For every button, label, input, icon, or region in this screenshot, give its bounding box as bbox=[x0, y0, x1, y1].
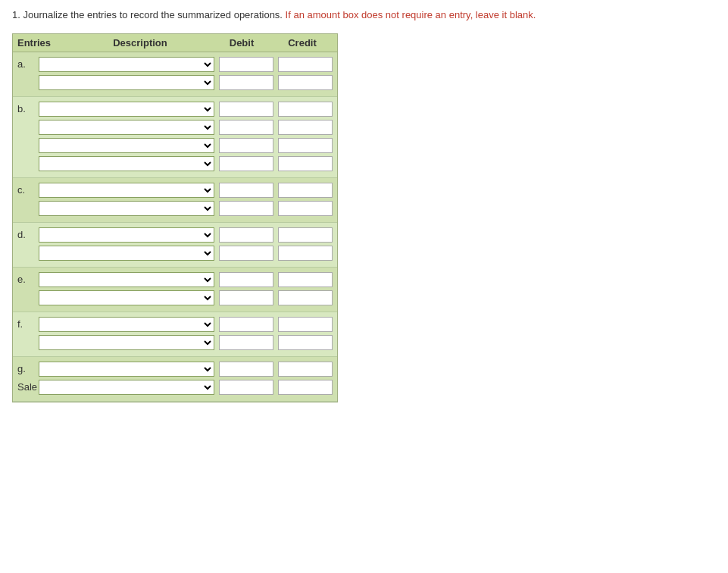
debit-input-b2[interactable] bbox=[219, 120, 273, 135]
credit-input-c2[interactable] bbox=[278, 201, 333, 216]
table-row: f. bbox=[17, 317, 333, 332]
entry-label-f: f. bbox=[17, 318, 39, 330]
table-row bbox=[17, 246, 333, 261]
instruction-highlight: If an amount box does not require an ent… bbox=[286, 9, 536, 20]
journal-table: Entries Description Debit Credit a. b. bbox=[12, 33, 338, 402]
table-row: c. bbox=[17, 183, 333, 198]
debit-input-g1[interactable] bbox=[219, 362, 273, 377]
debit-input-e2[interactable] bbox=[219, 290, 273, 305]
debit-input-a1[interactable] bbox=[219, 57, 273, 72]
table-row: b. bbox=[17, 102, 333, 117]
credit-input-g1[interactable] bbox=[278, 362, 333, 377]
entry-label-sale: Sale bbox=[17, 381, 39, 393]
entry-group-e: e. bbox=[13, 268, 337, 312]
credit-input-a2[interactable] bbox=[278, 75, 333, 90]
description-select-b1[interactable] bbox=[39, 102, 214, 117]
table-row bbox=[17, 201, 333, 216]
credit-input-f1[interactable] bbox=[278, 317, 333, 332]
table-row bbox=[17, 335, 333, 350]
table-header: Entries Description Debit Credit bbox=[13, 34, 337, 52]
description-select-e1[interactable] bbox=[39, 272, 214, 287]
debit-input-d2[interactable] bbox=[219, 246, 273, 261]
debit-input-b4[interactable] bbox=[219, 156, 273, 171]
table-row bbox=[17, 156, 333, 171]
debit-input-c2[interactable] bbox=[219, 201, 273, 216]
debit-input-b3[interactable] bbox=[219, 138, 273, 153]
table-row bbox=[17, 75, 333, 90]
debit-input-f2[interactable] bbox=[219, 335, 273, 350]
debit-input-a2[interactable] bbox=[219, 75, 273, 90]
description-select-b2[interactable] bbox=[39, 120, 214, 135]
description-select-d1[interactable] bbox=[39, 227, 214, 243]
header-entries: Entries bbox=[17, 37, 69, 49]
credit-input-f2[interactable] bbox=[278, 335, 333, 350]
entry-group-f: f. bbox=[13, 312, 337, 357]
credit-input-b2[interactable] bbox=[278, 120, 333, 135]
credit-input-b4[interactable] bbox=[278, 156, 333, 171]
entry-label-e: e. bbox=[17, 274, 39, 285]
description-select-f2[interactable] bbox=[39, 335, 214, 350]
description-select-b4[interactable] bbox=[39, 156, 214, 171]
entry-group-a: a. bbox=[13, 52, 337, 97]
instruction-body: Journalize the entries to record the sum… bbox=[23, 9, 283, 20]
credit-input-g2[interactable] bbox=[278, 380, 333, 395]
table-row: g. bbox=[17, 362, 333, 377]
description-select-g1[interactable] bbox=[39, 362, 214, 377]
table-row: Sale bbox=[17, 380, 333, 395]
entry-group-d: d. bbox=[13, 223, 337, 268]
entry-group-b: b. bbox=[13, 97, 337, 178]
instruction-number: 1. bbox=[12, 9, 20, 20]
table-row bbox=[17, 138, 333, 153]
description-select-a1[interactable] bbox=[39, 57, 214, 72]
entry-label-d: d. bbox=[17, 229, 39, 240]
header-debit: Debit bbox=[211, 37, 272, 49]
description-select-d2[interactable] bbox=[39, 246, 214, 261]
credit-input-d2[interactable] bbox=[278, 246, 333, 261]
description-select-f1[interactable] bbox=[39, 317, 214, 332]
entry-label-c: c. bbox=[17, 184, 39, 196]
entry-group-c: c. bbox=[13, 178, 337, 223]
entry-label-g: g. bbox=[17, 363, 39, 374]
credit-input-e1[interactable] bbox=[278, 272, 333, 287]
debit-input-d1[interactable] bbox=[219, 227, 273, 243]
description-select-b3[interactable] bbox=[39, 138, 214, 153]
entry-label-a: a. bbox=[17, 58, 39, 70]
debit-input-b1[interactable] bbox=[219, 102, 273, 117]
table-row: d. bbox=[17, 227, 333, 243]
credit-input-d1[interactable] bbox=[278, 227, 333, 243]
credit-input-a1[interactable] bbox=[278, 57, 333, 72]
header-credit: Credit bbox=[272, 37, 333, 49]
header-description: Description bbox=[69, 37, 211, 49]
description-select-a2[interactable] bbox=[39, 75, 214, 90]
table-row bbox=[17, 120, 333, 135]
entry-label-b: b. bbox=[17, 103, 39, 114]
debit-input-f1[interactable] bbox=[219, 317, 273, 332]
credit-input-b3[interactable] bbox=[278, 138, 333, 153]
table-row: a. bbox=[17, 57, 333, 72]
credit-input-b1[interactable] bbox=[278, 102, 333, 117]
credit-input-c1[interactable] bbox=[278, 183, 333, 198]
debit-input-e1[interactable] bbox=[219, 272, 273, 287]
description-select-c1[interactable] bbox=[39, 183, 214, 198]
credit-input-e2[interactable] bbox=[278, 290, 333, 305]
debit-input-c1[interactable] bbox=[219, 183, 273, 198]
description-select-e2[interactable] bbox=[39, 290, 214, 305]
instruction-text: 1. Journalize the entries to record the … bbox=[12, 8, 716, 23]
entry-group-g: g. Sale bbox=[13, 357, 337, 402]
debit-input-g2[interactable] bbox=[219, 380, 273, 395]
description-select-g2[interactable] bbox=[39, 380, 214, 395]
description-select-c2[interactable] bbox=[39, 201, 214, 216]
table-row: e. bbox=[17, 272, 333, 287]
table-row bbox=[17, 290, 333, 305]
